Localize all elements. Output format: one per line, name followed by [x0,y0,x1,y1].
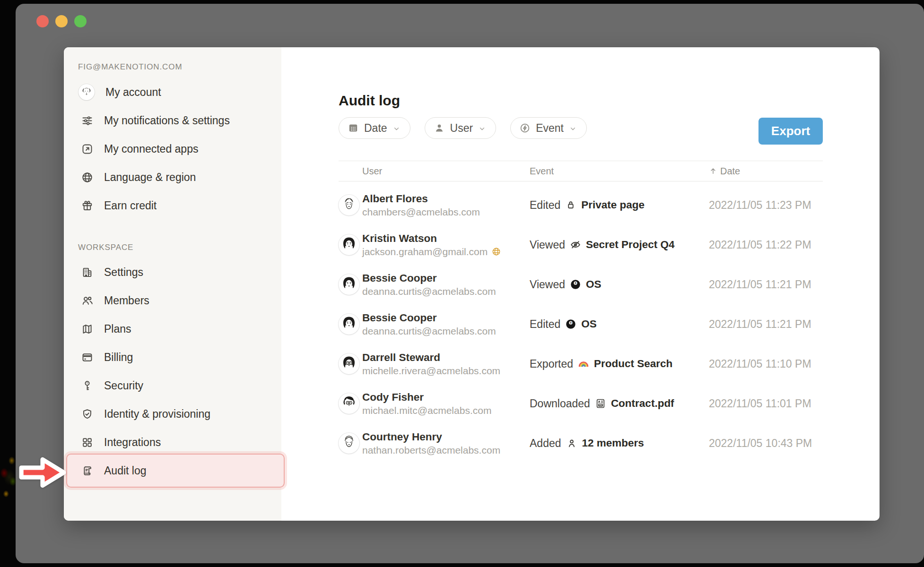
event-cell: Downloaded Contract.pdf [530,397,709,410]
sidebar-item-label: Identity & provisioning [104,408,210,421]
sidebar-item[interactable]: Plans [64,315,281,343]
woman-dark-bob-avatar [339,274,359,295]
lightning-circle-icon [519,122,531,134]
table-body: Albert Flores chambers@acmelabs.com Edit… [339,181,823,463]
sidebar-item-label: Integrations [104,436,161,449]
lock-icon [565,199,577,211]
contract-doc-icon [594,397,607,410]
event-cell: Edited 8 OS [530,318,709,331]
audit-table: User Event Date Albert Flores [339,161,823,463]
date-cell: 2022/11/05 11:01 PM [709,397,823,410]
key-icon [81,379,94,392]
user-name: Darrell Steward [362,351,530,364]
event-object: Private page [581,199,645,211]
user-cell: Bessie Cooper deanna.curtis@acmelabs.com [362,311,530,337]
event-verb: Viewed [530,278,565,291]
person-outline-icon [566,437,578,449]
event-object: OS [586,278,601,291]
user-email: michelle.rivera@acmelabs.com [362,364,500,377]
person-icon [434,122,445,134]
column-header-date-label: Date [720,166,740,177]
table-row[interactable]: Darrell Steward michelle.rivera@acmelabs… [339,344,823,384]
chevron-down-icon [392,125,401,133]
filter-pill[interactable]: Date [339,117,410,139]
man-sketch-avatar [339,195,359,215]
sidebar-item[interactable]: Earn credit [64,191,281,220]
user-cell: Darrell Steward michelle.rivera@acmelabs… [362,351,530,377]
sidebar-item[interactable]: Identity & provisioning [64,400,281,428]
man-short-avatar [339,433,359,454]
sidebar-item-label: Members [104,294,149,307]
account-dog-icon [78,84,95,100]
filter-pill[interactable]: Event [510,117,587,139]
credit-card-icon [81,351,94,364]
gift-icon [81,199,94,212]
event-object: 12 members [582,437,644,449]
user-cell: Cody Fisher michael.mitc@acmelabs.com [362,390,530,417]
sidebar-item[interactable]: My account [64,78,281,106]
table-row[interactable]: Kristin Watson jackson.graham@gmail.com … [339,225,823,265]
date-cell: 2022/11/05 11:21 PM [709,318,823,331]
sidebar-item[interactable]: Integrations [64,428,281,456]
eye-off-icon [569,239,582,251]
event-verb: Edited [530,318,560,331]
traffic-lights [36,15,87,27]
column-header-event: Event [530,166,709,177]
woman-dark-bob-avatar [339,314,359,335]
column-header-date[interactable]: Date [709,166,823,177]
event-verb: Edited [530,199,560,212]
sidebar-item[interactable]: Members [64,286,281,315]
sidebar-item[interactable]: Audit log [64,456,281,485]
event-cell: Viewed 8 OS [530,278,709,291]
user-email: nathan.roberts@acmelabs.com [362,444,500,456]
export-button[interactable]: Export [758,118,823,145]
user-cell: Kristin Watson jackson.graham@gmail.com [362,232,530,258]
event-cell: Edited Private page [530,199,709,212]
macos-window: FIG@MAKENOTION.COM My account My notific… [16,4,924,563]
account-section: My account My notifications & settings M… [64,78,281,220]
minimize-button[interactable] [55,15,68,27]
user-email: deanna.curtis@acmelabs.com [362,285,496,298]
sidebar-item[interactable]: Security [64,371,281,400]
date-cell: 2022/11/05 11:21 PM [709,278,823,291]
table-row[interactable]: Bessie Cooper deanna.curtis@acmelabs.com… [339,304,823,344]
workspace-section-label: WORKSPACE [78,243,133,252]
date-cell: 2022/11/05 11:10 PM [709,358,823,370]
svg-text:8: 8 [575,282,576,284]
sidebar-item[interactable]: Language & region [64,163,281,191]
user-cell: Courtney Henry nathan.roberts@acmelabs.c… [362,430,530,456]
sidebar-item[interactable]: Billing [64,343,281,371]
sidebar-item-label: Plans [104,323,131,335]
event-object: OS [581,318,597,330]
table-row[interactable]: Courtney Henry nathan.roberts@acmelabs.c… [339,423,823,463]
sidebar-item-label: Audit log [104,464,147,477]
map-icon [81,323,94,335]
man-glasses-avatar [339,393,359,414]
account-email-label: FIG@MAKENOTION.COM [78,62,182,72]
woman-glasses-avatar [339,353,359,374]
zoom-button[interactable] [74,15,87,27]
sidebar-item-label: My notifications & settings [104,114,230,127]
table-row[interactable]: Cody Fisher michael.mitc@acmelabs.com Do… [339,384,823,423]
user-cell: Albert Flores chambers@acmelabs.com [362,192,530,218]
event-object: Secret Project Q4 [586,239,675,251]
page-title: Audit log [339,93,400,109]
close-button[interactable] [36,15,49,27]
user-name: Cody Fisher [362,390,530,404]
sidebar-item[interactable]: My notifications & settings [64,106,281,135]
sidebar-item[interactable]: My connected apps [64,135,281,163]
event-object: Contract.pdf [611,397,674,410]
user-name: Albert Flores [362,192,530,206]
table-row[interactable]: Bessie Cooper deanna.curtis@acmelabs.com… [339,265,823,304]
sidebar-item-label: Billing [104,351,133,364]
event-verb: Exported [530,358,573,370]
date-cell: 2022/11/05 10:43 PM [709,437,823,450]
sidebar-item[interactable]: Settings [64,258,281,286]
scroll-icon [81,464,94,477]
table-row[interactable]: Albert Flores chambers@acmelabs.com Edit… [339,185,823,225]
globe-orange-icon [491,247,501,257]
user-name: Kristin Watson [362,232,530,245]
event-cell: Added 12 members [530,437,709,450]
grid-icon [81,436,94,449]
filter-pill[interactable]: User [425,117,497,139]
